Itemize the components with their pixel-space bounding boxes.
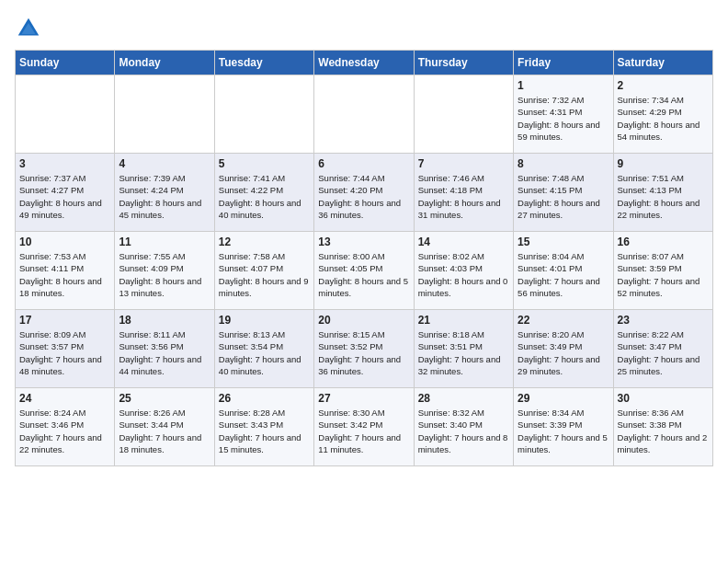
day-number: 28	[418, 392, 509, 405]
calendar-cell: 26Sunrise: 8:28 AM Sunset: 3:43 PM Dayli…	[214, 388, 313, 466]
calendar-cell: 22Sunrise: 8:20 AM Sunset: 3:49 PM Dayli…	[514, 310, 613, 388]
calendar-cell	[214, 75, 313, 154]
calendar-cell: 12Sunrise: 7:58 AM Sunset: 4:07 PM Dayli…	[214, 232, 313, 310]
calendar-header-row: SundayMondayTuesdayWednesdayThursdayFrid…	[16, 51, 713, 75]
calendar-cell: 8Sunrise: 7:48 AM Sunset: 4:15 PM Daylig…	[514, 154, 613, 232]
day-number: 8	[518, 157, 609, 170]
calendar-cell: 11Sunrise: 7:55 AM Sunset: 4:09 PM Dayli…	[115, 232, 214, 310]
day-info: Sunrise: 7:48 AM Sunset: 4:15 PM Dayligh…	[518, 172, 609, 221]
day-info: Sunrise: 7:39 AM Sunset: 4:24 PM Dayligh…	[119, 172, 210, 221]
day-info: Sunrise: 8:30 AM Sunset: 3:42 PM Dayligh…	[318, 407, 409, 455]
day-number: 6	[318, 157, 409, 170]
day-number: 23	[618, 314, 709, 327]
calendar-cell: 17Sunrise: 8:09 AM Sunset: 3:57 PM Dayli…	[16, 310, 115, 388]
day-number: 18	[119, 314, 210, 327]
calendar-cell: 27Sunrise: 8:30 AM Sunset: 3:42 PM Dayli…	[314, 388, 414, 466]
calendar-day-header: Sunday	[16, 51, 115, 75]
calendar-cell: 3Sunrise: 7:37 AM Sunset: 4:27 PM Daylig…	[16, 154, 115, 232]
day-info: Sunrise: 8:26 AM Sunset: 3:44 PM Dayligh…	[119, 407, 210, 455]
day-info: Sunrise: 7:58 AM Sunset: 4:07 PM Dayligh…	[219, 250, 310, 299]
calendar-cell	[414, 75, 513, 154]
calendar-week-row: 17Sunrise: 8:09 AM Sunset: 3:57 PM Dayli…	[16, 310, 713, 388]
day-number: 7	[418, 157, 509, 170]
day-number: 5	[219, 157, 310, 170]
day-info: Sunrise: 8:18 AM Sunset: 3:51 PM Dayligh…	[418, 328, 509, 377]
calendar-cell: 25Sunrise: 8:26 AM Sunset: 3:44 PM Dayli…	[115, 388, 214, 466]
calendar-body: 1Sunrise: 7:32 AM Sunset: 4:31 PM Daylig…	[16, 75, 713, 466]
day-number: 4	[119, 157, 210, 170]
day-number: 17	[19, 314, 110, 327]
day-number: 30	[618, 392, 709, 405]
calendar-week-row: 24Sunrise: 8:24 AM Sunset: 3:46 PM Dayli…	[16, 388, 713, 466]
logo-icon	[15, 15, 42, 42]
day-info: Sunrise: 7:41 AM Sunset: 4:22 PM Dayligh…	[219, 172, 310, 221]
calendar-cell: 13Sunrise: 8:00 AM Sunset: 4:05 PM Dayli…	[314, 232, 414, 310]
day-number: 10	[19, 236, 110, 248]
calendar-cell: 16Sunrise: 8:07 AM Sunset: 3:59 PM Dayli…	[613, 232, 712, 310]
calendar-cell: 15Sunrise: 8:04 AM Sunset: 4:01 PM Dayli…	[514, 232, 613, 310]
calendar-cell: 21Sunrise: 8:18 AM Sunset: 3:51 PM Dayli…	[414, 310, 513, 388]
calendar-week-row: 3Sunrise: 7:37 AM Sunset: 4:27 PM Daylig…	[16, 154, 713, 232]
calendar-day-header: Friday	[514, 51, 613, 75]
calendar-cell: 5Sunrise: 7:41 AM Sunset: 4:22 PM Daylig…	[214, 154, 313, 232]
day-info: Sunrise: 7:46 AM Sunset: 4:18 PM Dayligh…	[418, 172, 509, 221]
day-info: Sunrise: 8:36 AM Sunset: 3:38 PM Dayligh…	[618, 407, 709, 455]
calendar-cell: 14Sunrise: 8:02 AM Sunset: 4:03 PM Dayli…	[414, 232, 513, 310]
calendar-cell	[115, 75, 214, 154]
day-number: 2	[618, 79, 709, 92]
calendar-day-header: Tuesday	[214, 51, 313, 75]
day-number: 20	[318, 314, 409, 327]
day-number: 21	[418, 314, 509, 327]
calendar-cell: 23Sunrise: 8:22 AM Sunset: 3:47 PM Dayli…	[613, 310, 712, 388]
day-info: Sunrise: 8:24 AM Sunset: 3:46 PM Dayligh…	[19, 407, 110, 455]
day-number: 29	[518, 392, 609, 405]
logo	[15, 15, 46, 42]
day-number: 27	[318, 392, 409, 405]
calendar-cell: 28Sunrise: 8:32 AM Sunset: 3:40 PM Dayli…	[414, 388, 513, 466]
calendar-cell: 29Sunrise: 8:34 AM Sunset: 3:39 PM Dayli…	[514, 388, 613, 466]
day-number: 13	[318, 236, 409, 248]
day-info: Sunrise: 8:22 AM Sunset: 3:47 PM Dayligh…	[618, 328, 709, 377]
day-info: Sunrise: 8:28 AM Sunset: 3:43 PM Dayligh…	[219, 407, 310, 455]
day-number: 1	[518, 79, 609, 92]
page-header	[15, 15, 713, 42]
calendar-cell: 2Sunrise: 7:34 AM Sunset: 4:29 PM Daylig…	[613, 75, 712, 154]
day-info: Sunrise: 7:51 AM Sunset: 4:13 PM Dayligh…	[618, 172, 709, 221]
day-info: Sunrise: 8:07 AM Sunset: 3:59 PM Dayligh…	[618, 250, 709, 299]
day-info: Sunrise: 8:32 AM Sunset: 3:40 PM Dayligh…	[418, 407, 509, 455]
calendar-cell: 10Sunrise: 7:53 AM Sunset: 4:11 PM Dayli…	[16, 232, 115, 310]
day-info: Sunrise: 7:37 AM Sunset: 4:27 PM Dayligh…	[19, 172, 110, 221]
calendar-day-header: Monday	[115, 51, 214, 75]
calendar-day-header: Saturday	[613, 51, 712, 75]
day-info: Sunrise: 8:34 AM Sunset: 3:39 PM Dayligh…	[518, 407, 609, 455]
calendar-cell: 19Sunrise: 8:13 AM Sunset: 3:54 PM Dayli…	[214, 310, 313, 388]
day-info: Sunrise: 7:44 AM Sunset: 4:20 PM Dayligh…	[318, 172, 409, 221]
day-number: 3	[19, 157, 110, 170]
day-number: 12	[219, 236, 310, 248]
day-number: 9	[618, 157, 709, 170]
calendar-day-header: Thursday	[414, 51, 513, 75]
calendar-cell: 6Sunrise: 7:44 AM Sunset: 4:20 PM Daylig…	[314, 154, 414, 232]
day-info: Sunrise: 7:32 AM Sunset: 4:31 PM Dayligh…	[518, 94, 609, 143]
day-number: 24	[19, 392, 110, 405]
calendar-cell: 9Sunrise: 7:51 AM Sunset: 4:13 PM Daylig…	[613, 154, 712, 232]
day-number: 15	[518, 236, 609, 248]
calendar-cell: 1Sunrise: 7:32 AM Sunset: 4:31 PM Daylig…	[514, 75, 613, 154]
day-info: Sunrise: 8:09 AM Sunset: 3:57 PM Dayligh…	[19, 328, 110, 377]
calendar-cell: 4Sunrise: 7:39 AM Sunset: 4:24 PM Daylig…	[115, 154, 214, 232]
day-info: Sunrise: 7:55 AM Sunset: 4:09 PM Dayligh…	[119, 250, 210, 299]
day-info: Sunrise: 8:20 AM Sunset: 3:49 PM Dayligh…	[518, 328, 609, 377]
day-number: 26	[219, 392, 310, 405]
day-number: 25	[119, 392, 210, 405]
day-number: 16	[618, 236, 709, 248]
day-info: Sunrise: 8:00 AM Sunset: 4:05 PM Dayligh…	[318, 250, 409, 299]
calendar-table: SundayMondayTuesdayWednesdayThursdayFrid…	[15, 50, 713, 466]
calendar-cell	[314, 75, 414, 154]
calendar-cell: 20Sunrise: 8:15 AM Sunset: 3:52 PM Dayli…	[314, 310, 414, 388]
day-info: Sunrise: 8:02 AM Sunset: 4:03 PM Dayligh…	[418, 250, 509, 299]
calendar-cell: 7Sunrise: 7:46 AM Sunset: 4:18 PM Daylig…	[414, 154, 513, 232]
day-info: Sunrise: 7:53 AM Sunset: 4:11 PM Dayligh…	[19, 250, 110, 299]
calendar-cell: 24Sunrise: 8:24 AM Sunset: 3:46 PM Dayli…	[16, 388, 115, 466]
calendar-cell: 30Sunrise: 8:36 AM Sunset: 3:38 PM Dayli…	[613, 388, 712, 466]
day-info: Sunrise: 8:04 AM Sunset: 4:01 PM Dayligh…	[518, 250, 609, 299]
